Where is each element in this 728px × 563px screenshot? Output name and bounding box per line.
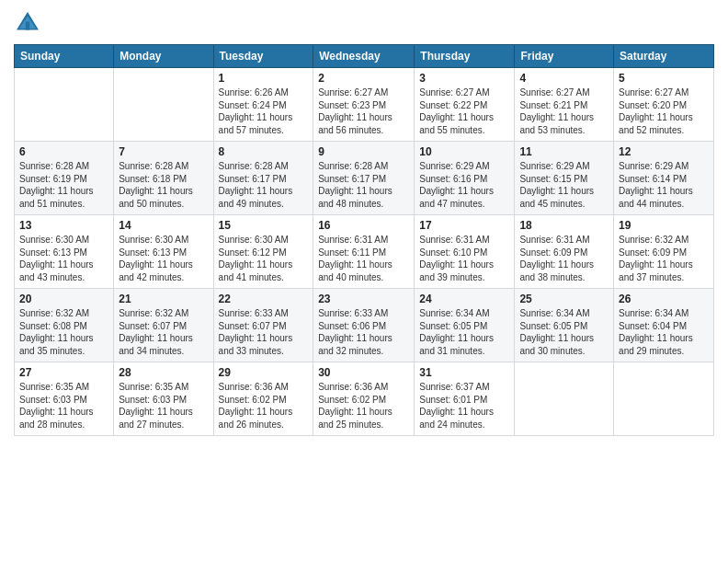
day-info: Sunrise: 6:32 AM Sunset: 6:07 PM Dayligh… bbox=[119, 307, 208, 357]
day-number: 27 bbox=[19, 366, 108, 379]
day-info: Sunrise: 6:32 AM Sunset: 6:08 PM Dayligh… bbox=[19, 307, 108, 357]
col-header-thursday: Thursday bbox=[415, 45, 515, 68]
day-number: 18 bbox=[519, 219, 609, 232]
day-info: Sunrise: 6:29 AM Sunset: 6:16 PM Dayligh… bbox=[419, 160, 509, 210]
day-info: Sunrise: 6:37 AM Sunset: 6:01 PM Dayligh… bbox=[419, 381, 509, 431]
day-info: Sunrise: 6:30 AM Sunset: 6:13 PM Dayligh… bbox=[19, 234, 108, 283]
col-header-friday: Friday bbox=[515, 45, 614, 68]
day-info: Sunrise: 6:30 AM Sunset: 6:12 PM Dayligh… bbox=[219, 234, 309, 283]
day-info: Sunrise: 6:31 AM Sunset: 6:11 PM Dayligh… bbox=[318, 234, 409, 283]
calendar-cell: 13Sunrise: 6:30 AM Sunset: 6:13 PM Dayli… bbox=[15, 215, 114, 289]
day-number: 8 bbox=[219, 145, 309, 158]
day-number: 1 bbox=[219, 72, 309, 85]
calendar-cell bbox=[114, 68, 213, 142]
day-info: Sunrise: 6:28 AM Sunset: 6:17 PM Dayligh… bbox=[318, 160, 409, 210]
day-info: Sunrise: 6:27 AM Sunset: 6:20 PM Dayligh… bbox=[619, 86, 709, 136]
day-number: 30 bbox=[318, 366, 409, 379]
calendar-cell: 22Sunrise: 6:33 AM Sunset: 6:07 PM Dayli… bbox=[213, 289, 313, 362]
calendar-cell: 16Sunrise: 6:31 AM Sunset: 6:11 PM Dayli… bbox=[313, 215, 415, 289]
col-header-wednesday: Wednesday bbox=[313, 45, 415, 68]
day-number: 11 bbox=[519, 145, 609, 158]
calendar-cell: 1Sunrise: 6:26 AM Sunset: 6:24 PM Daylig… bbox=[213, 68, 313, 142]
calendar-cell: 23Sunrise: 6:33 AM Sunset: 6:06 PM Dayli… bbox=[313, 289, 415, 362]
calendar-cell: 26Sunrise: 6:34 AM Sunset: 6:04 PM Dayli… bbox=[614, 289, 714, 362]
day-info: Sunrise: 6:34 AM Sunset: 6:05 PM Dayligh… bbox=[519, 307, 609, 357]
day-info: Sunrise: 6:28 AM Sunset: 6:19 PM Dayligh… bbox=[19, 160, 108, 210]
calendar-cell: 15Sunrise: 6:30 AM Sunset: 6:12 PM Dayli… bbox=[213, 215, 313, 289]
day-number: 3 bbox=[419, 72, 509, 85]
day-info: Sunrise: 6:30 AM Sunset: 6:13 PM Dayligh… bbox=[119, 234, 208, 283]
day-info: Sunrise: 6:36 AM Sunset: 6:02 PM Dayligh… bbox=[219, 381, 309, 431]
calendar-header: SundayMondayTuesdayWednesdayThursdayFrid… bbox=[15, 45, 714, 68]
week-row-5: 27Sunrise: 6:35 AM Sunset: 6:03 PM Dayli… bbox=[15, 362, 714, 436]
day-number: 2 bbox=[318, 72, 409, 85]
day-number: 10 bbox=[419, 145, 509, 158]
day-number: 4 bbox=[519, 72, 609, 85]
day-number: 22 bbox=[219, 293, 309, 305]
day-number: 7 bbox=[119, 145, 208, 158]
day-number: 26 bbox=[619, 293, 709, 305]
col-header-tuesday: Tuesday bbox=[213, 45, 313, 68]
calendar-cell: 31Sunrise: 6:37 AM Sunset: 6:01 PM Dayli… bbox=[415, 362, 515, 436]
calendar-cell bbox=[614, 362, 714, 436]
page: SundayMondayTuesdayWednesdayThursdayFrid… bbox=[0, 0, 728, 563]
day-number: 20 bbox=[19, 293, 108, 305]
day-info: Sunrise: 6:33 AM Sunset: 6:07 PM Dayligh… bbox=[219, 307, 309, 357]
calendar-cell: 12Sunrise: 6:29 AM Sunset: 6:14 PM Dayli… bbox=[614, 142, 714, 215]
week-row-2: 6Sunrise: 6:28 AM Sunset: 6:19 PM Daylig… bbox=[15, 142, 714, 215]
day-number: 28 bbox=[119, 366, 208, 379]
day-info: Sunrise: 6:33 AM Sunset: 6:06 PM Dayligh… bbox=[318, 307, 409, 357]
day-number: 17 bbox=[419, 219, 509, 232]
day-info: Sunrise: 6:34 AM Sunset: 6:04 PM Dayligh… bbox=[619, 307, 709, 357]
calendar-cell: 30Sunrise: 6:36 AM Sunset: 6:02 PM Dayli… bbox=[313, 362, 415, 436]
day-number: 24 bbox=[419, 293, 509, 305]
col-header-saturday: Saturday bbox=[614, 45, 714, 68]
week-row-4: 20Sunrise: 6:32 AM Sunset: 6:08 PM Dayli… bbox=[15, 289, 714, 362]
day-number: 14 bbox=[119, 219, 208, 232]
header bbox=[14, 9, 714, 37]
logo bbox=[14, 9, 45, 37]
day-info: Sunrise: 6:28 AM Sunset: 6:18 PM Dayligh… bbox=[119, 160, 208, 210]
calendar-cell: 27Sunrise: 6:35 AM Sunset: 6:03 PM Dayli… bbox=[15, 362, 114, 436]
day-number: 29 bbox=[219, 366, 309, 379]
day-number: 5 bbox=[619, 72, 709, 85]
calendar-cell: 11Sunrise: 6:29 AM Sunset: 6:15 PM Dayli… bbox=[515, 142, 614, 215]
calendar-cell: 19Sunrise: 6:32 AM Sunset: 6:09 PM Dayli… bbox=[614, 215, 714, 289]
day-info: Sunrise: 6:29 AM Sunset: 6:14 PM Dayligh… bbox=[619, 160, 709, 210]
day-number: 12 bbox=[619, 145, 709, 158]
calendar-cell: 24Sunrise: 6:34 AM Sunset: 6:05 PM Dayli… bbox=[415, 289, 515, 362]
calendar-cell: 8Sunrise: 6:28 AM Sunset: 6:17 PM Daylig… bbox=[213, 142, 313, 215]
calendar-table: SundayMondayTuesdayWednesdayThursdayFrid… bbox=[14, 44, 714, 436]
week-row-1: 1Sunrise: 6:26 AM Sunset: 6:24 PM Daylig… bbox=[15, 68, 714, 142]
day-number: 13 bbox=[19, 219, 108, 232]
calendar-cell: 17Sunrise: 6:31 AM Sunset: 6:10 PM Dayli… bbox=[415, 215, 515, 289]
day-number: 15 bbox=[219, 219, 309, 232]
calendar-cell: 10Sunrise: 6:29 AM Sunset: 6:16 PM Dayli… bbox=[415, 142, 515, 215]
calendar-cell: 21Sunrise: 6:32 AM Sunset: 6:07 PM Dayli… bbox=[114, 289, 213, 362]
day-number: 6 bbox=[19, 145, 108, 158]
day-info: Sunrise: 6:31 AM Sunset: 6:10 PM Dayligh… bbox=[419, 234, 509, 283]
day-info: Sunrise: 6:27 AM Sunset: 6:21 PM Dayligh… bbox=[519, 86, 609, 136]
day-info: Sunrise: 6:35 AM Sunset: 6:03 PM Dayligh… bbox=[119, 381, 208, 431]
day-info: Sunrise: 6:35 AM Sunset: 6:03 PM Dayligh… bbox=[19, 381, 108, 431]
calendar-cell: 14Sunrise: 6:30 AM Sunset: 6:13 PM Dayli… bbox=[114, 215, 213, 289]
day-info: Sunrise: 6:34 AM Sunset: 6:05 PM Dayligh… bbox=[419, 307, 509, 357]
day-info: Sunrise: 6:28 AM Sunset: 6:17 PM Dayligh… bbox=[219, 160, 309, 210]
day-info: Sunrise: 6:26 AM Sunset: 6:24 PM Dayligh… bbox=[219, 86, 309, 136]
col-header-sunday: Sunday bbox=[15, 45, 114, 68]
day-info: Sunrise: 6:29 AM Sunset: 6:15 PM Dayligh… bbox=[519, 160, 609, 210]
calendar-cell: 7Sunrise: 6:28 AM Sunset: 6:18 PM Daylig… bbox=[114, 142, 213, 215]
calendar-cell: 20Sunrise: 6:32 AM Sunset: 6:08 PM Dayli… bbox=[15, 289, 114, 362]
calendar-cell: 28Sunrise: 6:35 AM Sunset: 6:03 PM Dayli… bbox=[114, 362, 213, 436]
calendar-cell bbox=[15, 68, 114, 142]
calendar-cell bbox=[515, 362, 614, 436]
calendar-cell: 4Sunrise: 6:27 AM Sunset: 6:21 PM Daylig… bbox=[515, 68, 614, 142]
day-info: Sunrise: 6:32 AM Sunset: 6:09 PM Dayligh… bbox=[619, 234, 709, 283]
day-info: Sunrise: 6:31 AM Sunset: 6:09 PM Dayligh… bbox=[519, 234, 609, 283]
calendar-cell: 2Sunrise: 6:27 AM Sunset: 6:23 PM Daylig… bbox=[313, 68, 415, 142]
day-number: 16 bbox=[318, 219, 409, 232]
day-info: Sunrise: 6:27 AM Sunset: 6:22 PM Dayligh… bbox=[419, 86, 509, 136]
day-number: 25 bbox=[519, 293, 609, 305]
week-row-3: 13Sunrise: 6:30 AM Sunset: 6:13 PM Dayli… bbox=[15, 215, 714, 289]
calendar-cell: 18Sunrise: 6:31 AM Sunset: 6:09 PM Dayli… bbox=[515, 215, 614, 289]
